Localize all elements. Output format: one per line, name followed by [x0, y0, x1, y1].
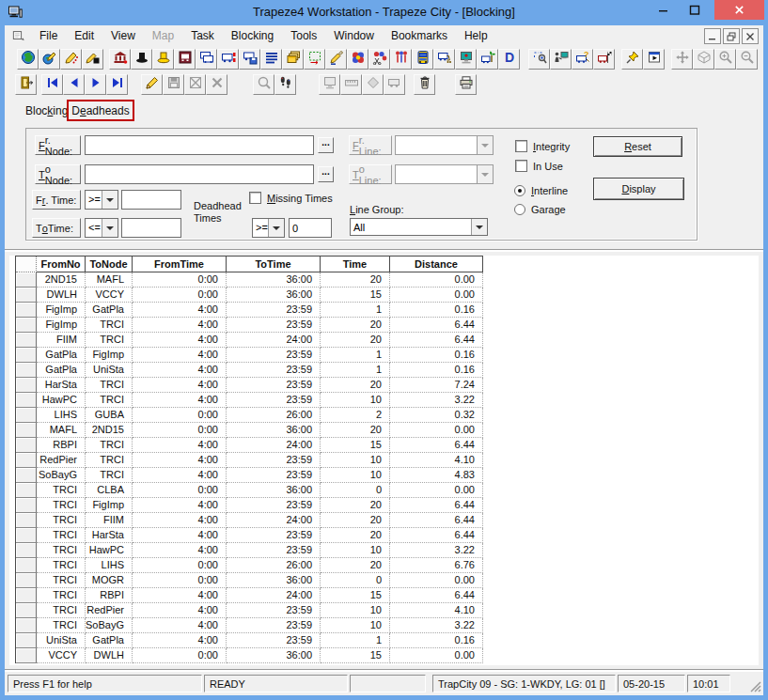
cut-shapes-button[interactable]: [368, 49, 390, 70]
integrity-checkbox[interactable]: [515, 140, 527, 152]
maximize-button[interactable]: [679, 0, 711, 20]
deadhead-d-button[interactable]: D: [498, 49, 520, 70]
row-selector[interactable]: [16, 633, 37, 648]
line-group-combo[interactable]: All: [350, 218, 488, 236]
vehicles-button[interactable]: [196, 49, 217, 70]
fr-node-input[interactable]: [85, 135, 314, 155]
run-window-button[interactable]: [643, 49, 665, 70]
nav-last-button[interactable]: [106, 74, 128, 95]
menu-file[interactable]: File: [31, 26, 66, 45]
minimize-button[interactable]: [650, 0, 678, 20]
row-selector[interactable]: [16, 573, 37, 588]
menu-help[interactable]: Help: [456, 26, 496, 45]
vehicle-blocks-button[interactable]: [217, 49, 239, 70]
mdi-close-button[interactable]: [742, 28, 759, 44]
route-trace-button[interactable]: [528, 49, 550, 70]
row-selector[interactable]: [16, 408, 37, 423]
column-header-totime[interactable]: ToTime: [227, 257, 321, 272]
annotate-button[interactable]: [325, 49, 347, 70]
row-selector[interactable]: [16, 378, 37, 393]
nav-next-button[interactable]: [85, 74, 106, 95]
resize-grip[interactable]: [749, 680, 762, 693]
line-list-button[interactable]: [260, 49, 282, 70]
select-all-cell[interactable]: [16, 257, 37, 272]
row-selector[interactable]: [16, 333, 37, 348]
to-time-op-combo[interactable]: <=: [85, 218, 118, 238]
workstation-button[interactable]: [455, 49, 477, 70]
interline-radio[interactable]: [514, 185, 525, 196]
column-header-fromnode[interactable]: FromNode: [37, 257, 86, 272]
titlebar[interactable]: Trapeze4 Workstation - Trapeze City - [B…: [0, 0, 768, 25]
print-button[interactable]: [455, 74, 477, 95]
bus-front-button[interactable]: [412, 49, 433, 70]
run-black-button[interactable]: [131, 49, 152, 70]
window-stack-button[interactable]: [282, 49, 304, 70]
reset-button[interactable]: Reset: [593, 136, 682, 157]
row-selector[interactable]: [16, 648, 37, 663]
tab-blocking[interactable]: Blocking: [25, 104, 68, 117]
row-selector[interactable]: [16, 528, 37, 543]
map-globe-button[interactable]: [17, 49, 39, 70]
to-node-input[interactable]: [85, 164, 314, 184]
fr-time-input[interactable]: [121, 190, 181, 210]
footprints-button[interactable]: [274, 74, 296, 95]
row-selector[interactable]: [16, 303, 37, 318]
region-select-button[interactable]: [304, 49, 325, 70]
row-selector[interactable]: [16, 468, 37, 483]
vehicle-save-button[interactable]: [239, 49, 260, 70]
row-selector[interactable]: [16, 513, 37, 528]
row-selector[interactable]: [16, 498, 37, 513]
row-selector[interactable]: [16, 543, 37, 558]
garage-radio[interactable]: [514, 204, 525, 215]
run-yellow-button[interactable]: [152, 49, 174, 70]
row-selector[interactable]: [16, 483, 37, 498]
in-use-checkbox[interactable]: [515, 160, 527, 172]
nav-first-button[interactable]: [41, 74, 63, 95]
stop-pins-button[interactable]: [390, 49, 412, 70]
tab-deadheads[interactable]: Deadheads: [71, 104, 129, 117]
row-selector[interactable]: [16, 348, 37, 363]
close-button[interactable]: [714, 0, 764, 20]
column-header-distance[interactable]: Distance: [390, 257, 483, 272]
menu-tools[interactable]: Tools: [282, 26, 325, 45]
column-header-fromtime[interactable]: FromTime: [133, 257, 227, 272]
row-selector[interactable]: [16, 603, 37, 618]
menu-task[interactable]: Task: [182, 26, 223, 45]
draw-points-button[interactable]: [60, 49, 82, 70]
edit-pencil-button[interactable]: [141, 74, 163, 95]
shapes-button[interactable]: [347, 49, 368, 70]
row-selector[interactable]: [16, 423, 37, 438]
bus-route-button[interactable]: [477, 49, 498, 70]
trash-button[interactable]: [414, 74, 435, 95]
vehicle-flag-button[interactable]: [593, 49, 615, 70]
row-selector[interactable]: [16, 318, 37, 333]
row-selector[interactable]: [16, 272, 37, 288]
to-node-browse-button[interactable]: ...: [318, 166, 334, 182]
system-menu-icon[interactable]: [11, 29, 27, 43]
exit-door-button[interactable]: [15, 74, 37, 95]
vehicle-card-button[interactable]: [174, 49, 196, 70]
operator-console-button[interactable]: [550, 49, 572, 70]
menu-blocking[interactable]: Blocking: [223, 26, 282, 45]
row-selector[interactable]: [16, 363, 37, 378]
deadhead-times-input[interactable]: [289, 218, 332, 238]
row-selector[interactable]: [16, 393, 37, 408]
draw-region-button[interactable]: [82, 49, 103, 70]
mdi-restore-button[interactable]: [723, 28, 740, 44]
fr-node-browse-button[interactable]: ...: [318, 137, 334, 153]
menu-edit[interactable]: Edit: [66, 26, 102, 45]
deadhead-op-combo[interactable]: >=: [252, 218, 285, 238]
missing-times-checkbox[interactable]: [249, 192, 261, 204]
row-selector[interactable]: [16, 588, 37, 603]
column-header-tonode[interactable]: ToNode: [86, 257, 133, 272]
row-selector[interactable]: [16, 288, 37, 303]
depot-button[interactable]: [109, 49, 131, 70]
mdi-minimize-button[interactable]: [704, 28, 721, 44]
nav-prev-button[interactable]: [63, 74, 85, 95]
to-time-input[interactable]: [121, 218, 181, 238]
row-selector[interactable]: [16, 558, 37, 573]
bus-shopping-button[interactable]: [433, 49, 455, 70]
row-selector[interactable]: [16, 438, 37, 453]
row-selector[interactable]: [16, 618, 37, 633]
column-header-time[interactable]: Time: [321, 257, 390, 272]
